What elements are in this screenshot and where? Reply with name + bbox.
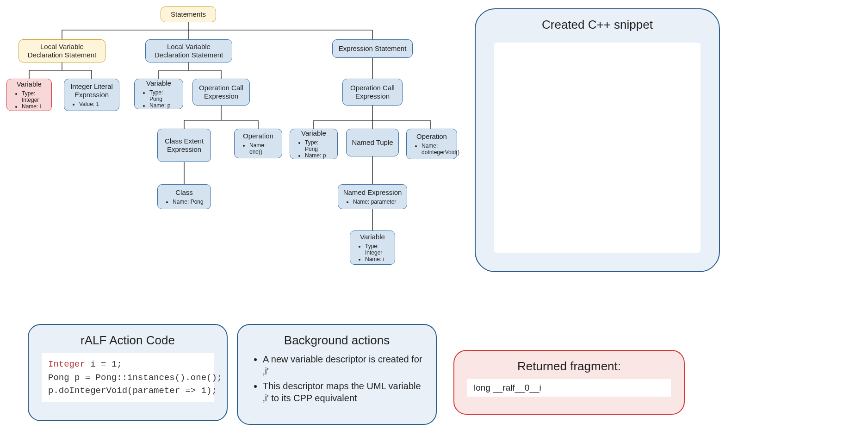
node-variable-p-pong: Variable Type: Pong Name: p [134,79,183,109]
attr: Name: parameter [353,199,401,205]
node-label: Statements [171,10,206,19]
attr: Name: p [305,152,332,159]
node-variable-p-pong-2: Variable Type: Pong Name: p [290,129,338,159]
panel-created-snippet: Created C++ snippet [475,8,720,272]
node-expression-statement: Expression Statement [332,39,413,58]
node-label: Local Variable Declaration Statement [150,43,227,59]
attr: Name: Pong [173,199,205,205]
attr: Type: Integer [22,90,46,103]
node-label: Expression Statement [339,44,407,53]
node-named-tuple: Named Tuple [346,129,399,156]
attr: Type: Integer [365,243,389,256]
node-variable-i-integer-2: Variable Type: Integer Name: i [350,230,395,265]
node-label: Named Tuple [352,138,393,147]
node-variable-i-integer: Variable Type: Integer Name: i [6,79,52,111]
node-statements: Statements [161,6,216,22]
node-operation-one: Operation Name: one() [234,129,282,158]
node-label: Variable [301,129,326,137]
node-label: Operation Call Expression [198,84,245,100]
node-label: Operation [243,132,273,140]
code-text: i = 1; [85,359,122,369]
attr: Value: 1 [79,101,113,107]
node-class-pong: Class Name: Pong [157,184,211,209]
attr: Name: i [365,256,389,262]
attr: Type: Pong [305,139,332,152]
node-label: Integer Literal Expression [69,82,114,99]
bullet: This descriptor maps the UML variable ‚i… [263,380,423,404]
panel-title: Returned fragment: [467,359,671,374]
node-operation-dointegervoid: Operation Name: doIntegerVoid() [406,129,457,159]
node-label: Variable [360,233,385,241]
node-label: Class [175,188,193,197]
panel-title: rALF Action Code [42,333,214,348]
node-operation-call-expression-2: Operation Call Expression [342,79,403,106]
panel-title: Created C++ snippet [489,18,706,32]
attr: Name: p [149,102,177,109]
node-class-extent-expression: Class Extent Expression [157,129,211,162]
returned-fragment-text: long __ralf__0__i [467,379,671,397]
panel-title: Background actions [251,333,423,348]
node-named-expression: Named Expression Name: parameter [338,184,407,209]
code-keyword: Integer [48,359,85,369]
panel-background-actions: Background actions A new variable descri… [237,324,437,425]
attr: Type: Pong [149,89,177,102]
panel-returned-fragment: Returned fragment: long __ralf__0__i [453,350,685,415]
node-integer-literal-expression: Integer Literal Expression Value: 1 [64,79,119,111]
snippet-empty-area [494,43,701,253]
ralf-code: Integer i = 1; Pong p = Pong::instances(… [42,353,214,402]
code-text: Pong p = Pong::instances().one(); [48,373,222,383]
node-operation-call-expression-1: Operation Call Expression [192,79,250,106]
node-label: Class Extent Expression [162,137,206,154]
node-label: Operation Call Expression [347,84,397,100]
node-lvd-statement-2: Local Variable Declaration Statement [145,39,232,62]
bullet: A new variable descriptor is created for… [263,353,423,377]
node-label: Local Variable Declaration Statement [24,43,100,59]
attr: Name: i [22,103,46,110]
panel-ralf-action-code: rALF Action Code Integer i = 1; Pong p =… [28,324,228,421]
node-label: Variable [17,80,42,88]
node-label: Variable [146,79,171,87]
code-text: p.doIntegerVoid(parameter => i); [48,386,217,396]
node-lvd-statement-1: Local Variable Declaration Statement [19,39,105,62]
attr: Name: doIntegerVoid() [422,143,451,156]
tree-connectors [0,0,868,324]
attr: Name: one() [249,142,276,155]
node-label: Operation [416,132,447,141]
node-label: Named Expression [343,188,402,197]
